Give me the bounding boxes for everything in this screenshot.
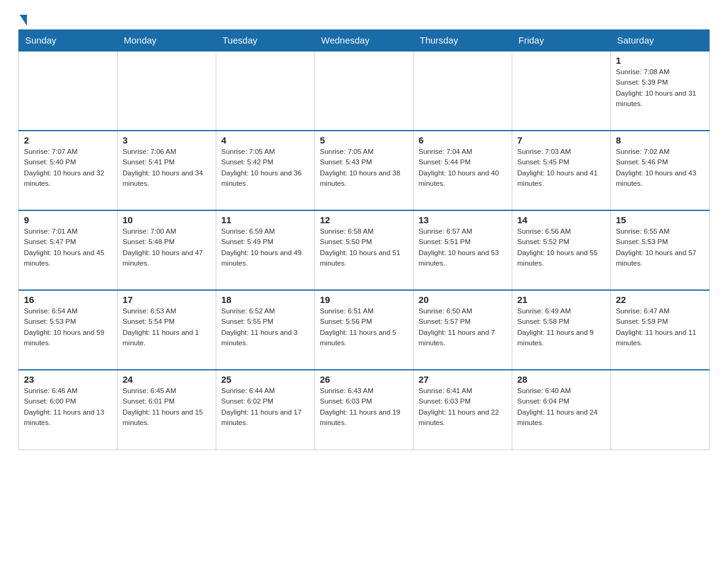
calendar-cell: 13Sunrise: 6:57 AMSunset: 5:51 PMDayligh… xyxy=(414,210,512,290)
day-info: Sunrise: 7:07 AMSunset: 5:40 PMDaylight:… xyxy=(24,147,112,189)
day-info: Sunrise: 6:45 AMSunset: 6:01 PMDaylight:… xyxy=(123,386,211,428)
calendar-week-2: 2Sunrise: 7:07 AMSunset: 5:40 PMDaylight… xyxy=(19,131,710,210)
day-info: Sunrise: 6:59 AMSunset: 5:49 PMDaylight:… xyxy=(221,226,309,269)
day-number: 15 xyxy=(616,215,704,225)
calendar-week-5: 23Sunrise: 6:46 AMSunset: 6:00 PMDayligh… xyxy=(19,370,710,450)
day-number: 9 xyxy=(24,215,112,225)
day-number: 26 xyxy=(320,374,408,385)
day-number: 19 xyxy=(320,294,408,305)
calendar-cell: 1Sunrise: 7:08 AMSunset: 5:39 PMDaylight… xyxy=(611,51,710,131)
weekday-header-saturday: Saturday xyxy=(611,30,710,52)
day-info: Sunrise: 6:56 AMSunset: 5:52 PMDaylight:… xyxy=(517,226,605,269)
day-info: Sunrise: 6:58 AMSunset: 5:50 PMDaylight:… xyxy=(320,226,408,269)
calendar-cell: 2Sunrise: 7:07 AMSunset: 5:40 PMDaylight… xyxy=(19,131,118,210)
calendar-cell xyxy=(118,51,216,131)
calendar-cell: 28Sunrise: 6:40 AMSunset: 6:04 PMDayligh… xyxy=(512,370,611,450)
day-info: Sunrise: 7:01 AMSunset: 5:47 PMDaylight:… xyxy=(24,226,112,269)
calendar-cell xyxy=(611,370,710,450)
calendar-cell: 9Sunrise: 7:01 AMSunset: 5:47 PMDaylight… xyxy=(19,210,118,290)
day-number: 21 xyxy=(517,294,605,305)
day-info: Sunrise: 6:57 AMSunset: 5:51 PMDaylight:… xyxy=(419,226,507,269)
day-info: Sunrise: 6:46 AMSunset: 6:00 PMDaylight:… xyxy=(24,386,112,428)
calendar-cell xyxy=(19,51,118,131)
day-number: 28 xyxy=(517,374,605,385)
day-number: 25 xyxy=(221,374,309,385)
day-number: 7 xyxy=(517,135,605,145)
day-info: Sunrise: 7:06 AMSunset: 5:41 PMDaylight:… xyxy=(123,147,211,189)
page-header xyxy=(18,12,710,23)
weekday-header-monday: Monday xyxy=(118,30,216,52)
day-number: 18 xyxy=(221,294,309,305)
weekday-header-row: SundayMondayTuesdayWednesdayThursdayFrid… xyxy=(19,30,710,52)
calendar-cell: 22Sunrise: 6:47 AMSunset: 5:59 PMDayligh… xyxy=(611,290,710,370)
calendar-cell: 4Sunrise: 7:05 AMSunset: 5:42 PMDaylight… xyxy=(216,131,315,210)
calendar-cell xyxy=(512,51,611,131)
calendar-cell: 17Sunrise: 6:53 AMSunset: 5:54 PMDayligh… xyxy=(118,290,216,370)
day-info: Sunrise: 6:49 AMSunset: 5:58 PMDaylight:… xyxy=(517,306,605,348)
day-info: Sunrise: 6:53 AMSunset: 5:54 PMDaylight:… xyxy=(123,306,211,348)
day-info: Sunrise: 6:40 AMSunset: 6:04 PMDaylight:… xyxy=(517,386,605,428)
calendar-cell: 3Sunrise: 7:06 AMSunset: 5:41 PMDaylight… xyxy=(118,131,216,210)
day-number: 23 xyxy=(24,374,112,385)
day-info: Sunrise: 6:55 AMSunset: 5:53 PMDaylight:… xyxy=(616,226,704,269)
day-info: Sunrise: 7:08 AMSunset: 5:39 PMDaylight:… xyxy=(616,67,704,109)
day-number: 17 xyxy=(123,294,211,305)
calendar-table: SundayMondayTuesdayWednesdayThursdayFrid… xyxy=(18,29,710,450)
day-info: Sunrise: 6:54 AMSunset: 5:53 PMDaylight:… xyxy=(24,306,112,348)
calendar-cell: 18Sunrise: 6:52 AMSunset: 5:55 PMDayligh… xyxy=(216,290,315,370)
day-info: Sunrise: 7:00 AMSunset: 5:48 PMDaylight:… xyxy=(123,226,211,269)
calendar-week-3: 9Sunrise: 7:01 AMSunset: 5:47 PMDaylight… xyxy=(19,210,710,290)
weekday-header-tuesday: Tuesday xyxy=(216,30,315,52)
calendar-cell: 25Sunrise: 6:44 AMSunset: 6:02 PMDayligh… xyxy=(216,370,315,450)
day-number: 10 xyxy=(123,215,211,225)
day-info: Sunrise: 6:52 AMSunset: 5:55 PMDaylight:… xyxy=(221,306,309,348)
day-info: Sunrise: 6:50 AMSunset: 5:57 PMDaylight:… xyxy=(419,306,507,348)
logo xyxy=(18,12,27,23)
day-number: 6 xyxy=(419,135,507,145)
calendar-cell xyxy=(216,51,315,131)
day-info: Sunrise: 6:41 AMSunset: 6:03 PMDaylight:… xyxy=(419,386,507,428)
calendar-cell xyxy=(315,51,414,131)
calendar-cell: 5Sunrise: 7:05 AMSunset: 5:43 PMDaylight… xyxy=(315,131,414,210)
day-info: Sunrise: 6:51 AMSunset: 5:56 PMDaylight:… xyxy=(320,306,408,348)
calendar-cell: 27Sunrise: 6:41 AMSunset: 6:03 PMDayligh… xyxy=(414,370,512,450)
calendar-cell xyxy=(414,51,512,131)
weekday-header-wednesday: Wednesday xyxy=(315,30,414,52)
day-info: Sunrise: 7:03 AMSunset: 5:45 PMDaylight:… xyxy=(517,147,605,189)
day-number: 4 xyxy=(221,135,309,145)
day-number: 24 xyxy=(123,374,211,385)
calendar-week-4: 16Sunrise: 6:54 AMSunset: 5:53 PMDayligh… xyxy=(19,290,710,370)
calendar-cell: 6Sunrise: 7:04 AMSunset: 5:44 PMDaylight… xyxy=(414,131,512,210)
calendar-week-1: 1Sunrise: 7:08 AMSunset: 5:39 PMDaylight… xyxy=(19,51,710,131)
day-number: 27 xyxy=(419,374,507,385)
calendar-cell: 7Sunrise: 7:03 AMSunset: 5:45 PMDaylight… xyxy=(512,131,611,210)
calendar-cell: 26Sunrise: 6:43 AMSunset: 6:03 PMDayligh… xyxy=(315,370,414,450)
day-number: 13 xyxy=(419,215,507,225)
calendar-cell: 15Sunrise: 6:55 AMSunset: 5:53 PMDayligh… xyxy=(611,210,710,290)
calendar-cell: 24Sunrise: 6:45 AMSunset: 6:01 PMDayligh… xyxy=(118,370,216,450)
calendar-cell: 21Sunrise: 6:49 AMSunset: 5:58 PMDayligh… xyxy=(512,290,611,370)
logo-arrow-icon xyxy=(20,15,27,26)
calendar-cell: 8Sunrise: 7:02 AMSunset: 5:46 PMDaylight… xyxy=(611,131,710,210)
weekday-header-sunday: Sunday xyxy=(19,30,118,52)
day-number: 8 xyxy=(616,135,704,145)
day-info: Sunrise: 6:47 AMSunset: 5:59 PMDaylight:… xyxy=(616,306,704,348)
day-info: Sunrise: 6:44 AMSunset: 6:02 PMDaylight:… xyxy=(221,386,309,428)
day-info: Sunrise: 7:05 AMSunset: 5:43 PMDaylight:… xyxy=(320,147,408,189)
calendar-cell: 19Sunrise: 6:51 AMSunset: 5:56 PMDayligh… xyxy=(315,290,414,370)
calendar-cell: 16Sunrise: 6:54 AMSunset: 5:53 PMDayligh… xyxy=(19,290,118,370)
calendar-cell: 10Sunrise: 7:00 AMSunset: 5:48 PMDayligh… xyxy=(118,210,216,290)
day-number: 3 xyxy=(123,135,211,145)
calendar-cell: 14Sunrise: 6:56 AMSunset: 5:52 PMDayligh… xyxy=(512,210,611,290)
day-number: 22 xyxy=(616,294,704,305)
calendar-cell: 20Sunrise: 6:50 AMSunset: 5:57 PMDayligh… xyxy=(414,290,512,370)
day-number: 5 xyxy=(320,135,408,145)
calendar-cell: 23Sunrise: 6:46 AMSunset: 6:00 PMDayligh… xyxy=(19,370,118,450)
weekday-header-friday: Friday xyxy=(512,30,611,52)
day-info: Sunrise: 6:43 AMSunset: 6:03 PMDaylight:… xyxy=(320,386,408,428)
day-number: 12 xyxy=(320,215,408,225)
day-info: Sunrise: 7:05 AMSunset: 5:42 PMDaylight:… xyxy=(221,147,309,189)
calendar-cell: 12Sunrise: 6:58 AMSunset: 5:50 PMDayligh… xyxy=(315,210,414,290)
day-info: Sunrise: 7:02 AMSunset: 5:46 PMDaylight:… xyxy=(616,147,704,189)
day-number: 2 xyxy=(24,135,112,145)
